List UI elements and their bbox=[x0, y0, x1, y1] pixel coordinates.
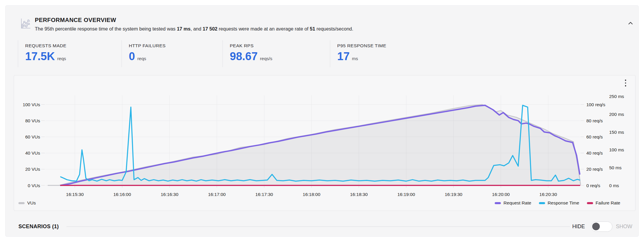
stat-value: 17.5K bbox=[25, 51, 55, 62]
scenarios-toggle[interactable] bbox=[591, 221, 612, 232]
legend-swatch bbox=[495, 202, 501, 204]
stat-requests-made: REQUESTS MADE17.5Kreqs bbox=[18, 40, 121, 67]
stat-value: 0 bbox=[129, 51, 135, 62]
stat-label: REQUESTS MADE bbox=[25, 43, 121, 48]
stats-row: REQUESTS MADE17.5KreqsHTTP FAILURES0reqs… bbox=[18, 40, 441, 67]
legend-item-response-time[interactable]: Response Time bbox=[539, 200, 579, 206]
legend-item-vus[interactable]: VUs bbox=[18, 200, 36, 206]
legend-swatch bbox=[587, 202, 593, 204]
page-title: PERFORMANCE OVERVIEW bbox=[35, 17, 116, 23]
scenarios-hide-option[interactable]: HIDE bbox=[572, 224, 585, 230]
stat-value: 98.67 bbox=[230, 51, 258, 62]
description-text: 17 502 bbox=[203, 26, 217, 31]
stat-label: HTTP FAILURES bbox=[129, 43, 222, 48]
legend-swatch bbox=[539, 202, 545, 204]
chart-card bbox=[14, 75, 636, 211]
chart-menu-button[interactable] bbox=[621, 78, 630, 88]
scenarios-title: SCENARIOS (1) bbox=[18, 224, 59, 230]
overview-description: The 95th percentile response time of the… bbox=[35, 26, 353, 32]
legend-label: VUs bbox=[27, 200, 36, 206]
legend-label: Response Time bbox=[548, 200, 579, 206]
description-text: , and bbox=[191, 26, 203, 31]
scenarios-show-option[interactable]: SHOW bbox=[616, 224, 632, 230]
legend-left: VUs bbox=[18, 200, 36, 206]
description-text: requests/second. bbox=[315, 26, 353, 31]
stat-unit: reqs bbox=[57, 56, 66, 61]
toggle-knob bbox=[592, 223, 600, 230]
kebab-icon bbox=[625, 79, 626, 81]
legend-label: Request Rate bbox=[503, 200, 531, 206]
description-text: requests were made at an average rate of bbox=[217, 26, 310, 31]
stat-unit: reqs/s bbox=[260, 56, 272, 61]
chevron-up-icon bbox=[628, 21, 633, 25]
stat-http-failures: HTTP FAILURES0reqs bbox=[121, 40, 222, 67]
description-text: 17 ms bbox=[177, 26, 191, 31]
legend-swatch bbox=[18, 202, 25, 204]
description-text: 51 bbox=[310, 26, 315, 31]
legend-item-failure-rate[interactable]: Failure Rate bbox=[587, 200, 620, 206]
stat-value: 17 bbox=[337, 51, 350, 62]
legend-right: Request RateResponse TimeFailure Rate bbox=[495, 200, 620, 206]
stat-label: P95 RESPONSE TIME bbox=[337, 43, 441, 48]
legend-label: Failure Rate bbox=[596, 200, 620, 206]
performance-overview-panel: PERFORMANCE OVERVIEW The 95th percentile… bbox=[5, 5, 639, 237]
stat-p95-response-time: P95 RESPONSE TIME17ms bbox=[330, 40, 441, 67]
stat-peak-rps: PEAK RPS98.67reqs/s bbox=[222, 40, 330, 67]
stat-label: PEAK RPS bbox=[230, 43, 330, 48]
line-chart-icon bbox=[19, 18, 31, 30]
legend-item-request-rate[interactable]: Request Rate bbox=[495, 200, 531, 206]
description-text: The 95th percentile response time of the… bbox=[35, 26, 177, 31]
collapse-panel-button[interactable] bbox=[626, 18, 636, 28]
stat-unit: reqs bbox=[137, 56, 146, 61]
stat-unit: ms bbox=[352, 56, 358, 61]
scenarios-divider bbox=[66, 226, 570, 227]
